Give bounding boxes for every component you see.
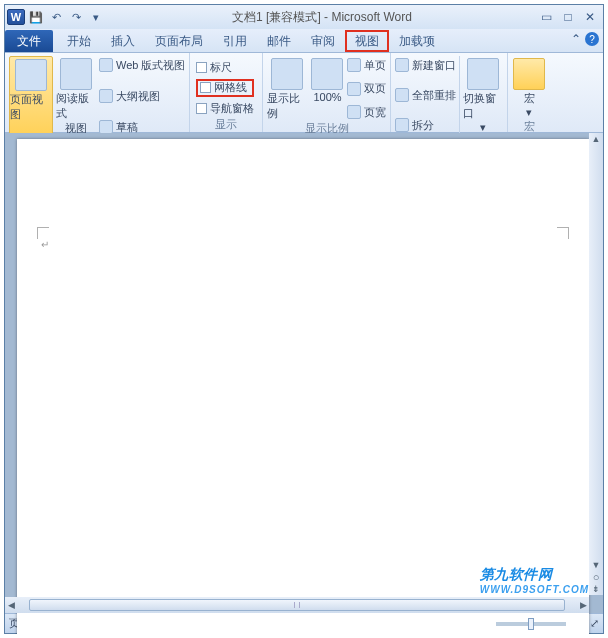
group-document-views: 页面视图 阅读版式 视图 Web 版式视图 大纲视图	[5, 53, 190, 132]
vertical-scrollbar[interactable]: ▲ ▼ ○ ⇟	[589, 133, 603, 595]
app-icon[interactable]: W	[7, 9, 25, 25]
switch-windows-icon	[467, 58, 499, 90]
next-object-icon[interactable]: ⇟	[590, 583, 602, 595]
maximize-button[interactable]: □	[561, 10, 575, 24]
help-icon[interactable]: ?	[585, 32, 599, 46]
tab-references[interactable]: 引用	[213, 30, 257, 52]
page[interactable]: ↵	[17, 139, 589, 638]
arrange-all-button[interactable]: 全部重排	[395, 86, 456, 104]
group-show: 标尺 网格线 导航窗格 显示	[190, 53, 263, 132]
group-macros-label: 宏	[508, 119, 550, 134]
tab-review[interactable]: 审阅	[301, 30, 345, 52]
gridlines-checkbox[interactable]: 网格线	[196, 79, 254, 97]
outline-icon	[99, 89, 113, 103]
quick-access-toolbar: W 💾 ↶ ↷ ▾	[5, 8, 105, 26]
reading-layout-button[interactable]: 阅读版式 视图	[56, 56, 96, 136]
zoom-track[interactable]	[496, 622, 566, 626]
one-page-button[interactable]: 单页	[347, 56, 386, 74]
macro-icon	[513, 58, 545, 90]
qa-redo-icon[interactable]: ↷	[67, 8, 85, 26]
scroll-thumb[interactable]	[29, 599, 565, 611]
watermark: 第九软件网 WWW.D9SOFT.COM	[480, 566, 589, 595]
title-bar: W 💾 ↶ ↷ ▾ 文档1 [兼容模式] - Microsoft Word ▭ …	[5, 5, 603, 29]
margin-corner	[37, 227, 49, 239]
web-layout-button[interactable]: Web 版式视图	[99, 56, 185, 74]
horizontal-scrollbar[interactable]: ◀ ▶	[5, 597, 589, 613]
paragraph-mark: ↵	[41, 239, 49, 250]
zoom-100-icon	[311, 58, 343, 90]
scroll-left-icon[interactable]: ◀	[5, 599, 17, 611]
minimize-button[interactable]: ▭	[539, 10, 553, 24]
chevron-down-icon: ▾	[526, 106, 532, 119]
page-view-icon	[15, 59, 47, 91]
scroll-right-icon[interactable]: ▶	[577, 599, 589, 611]
checkbox-icon	[196, 103, 207, 114]
tab-pagelayout[interactable]: 页面布局	[145, 30, 213, 52]
page-view-label: 页面视图	[10, 92, 52, 122]
group-macros: 宏 ▾ 宏	[508, 53, 550, 132]
ribbon-collapse-icon[interactable]: ⌃	[571, 32, 581, 46]
tab-view[interactable]: 视图	[345, 30, 389, 52]
split-button[interactable]: 拆分	[395, 116, 456, 134]
ribbon-tabs: 文件 开始 插入 页面布局 引用 邮件 审阅 视图 加载项 ⌃ ?	[5, 29, 603, 53]
new-window-icon	[395, 58, 409, 72]
magnifier-icon	[271, 58, 303, 90]
group-window: 新建窗口 全部重排 拆分 切换窗口 ▾	[391, 53, 508, 132]
arrange-all-icon	[395, 88, 409, 102]
zoom-button[interactable]: 显示比例	[267, 56, 307, 121]
page-view-button[interactable]: 页面视图	[9, 56, 53, 136]
qa-undo-icon[interactable]: ↶	[47, 8, 65, 26]
zoom-100-button[interactable]: 100%	[310, 56, 344, 121]
page-width-icon	[347, 105, 361, 119]
qa-save-icon[interactable]: 💾	[27, 8, 45, 26]
draft-icon	[99, 120, 113, 134]
page-width-button[interactable]: 页宽	[347, 103, 386, 121]
document-area: ↵ ▲ ▼ ○ ⇟ ◀ ▶	[5, 133, 603, 613]
window-title: 文档1 [兼容模式] - Microsoft Word	[105, 9, 539, 26]
one-page-icon	[347, 58, 361, 72]
checkbox-icon	[200, 82, 211, 93]
macros-button[interactable]: 宏 ▾	[512, 56, 546, 119]
reading-layout-icon	[60, 58, 92, 90]
tab-mailings[interactable]: 邮件	[257, 30, 301, 52]
group-show-label: 显示	[190, 117, 262, 132]
margin-corner	[557, 227, 569, 239]
object-browse-icon[interactable]: ○	[590, 571, 602, 583]
qa-customize-icon[interactable]: ▾	[87, 8, 105, 26]
new-window-button[interactable]: 新建窗口	[395, 56, 456, 74]
group-zoom: 显示比例 100% 单页 双页	[263, 53, 391, 132]
web-layout-icon	[99, 58, 113, 72]
scroll-up-icon[interactable]: ▲	[590, 133, 602, 145]
two-pages-icon	[347, 82, 361, 96]
checkbox-icon	[196, 62, 207, 73]
zoom-knob[interactable]	[528, 618, 534, 630]
tab-addins[interactable]: 加载项	[389, 30, 445, 52]
tab-insert[interactable]: 插入	[101, 30, 145, 52]
two-pages-button[interactable]: 双页	[347, 80, 386, 98]
window-controls: ▭ □ ✕	[539, 10, 603, 24]
nav-pane-checkbox[interactable]: 导航窗格	[196, 99, 254, 117]
switch-windows-button[interactable]: 切换窗口 ▾	[463, 56, 503, 134]
scroll-down-icon[interactable]: ▼	[590, 559, 602, 571]
tab-file[interactable]: 文件	[5, 30, 53, 52]
ruler-checkbox[interactable]: 标尺	[196, 58, 254, 76]
ribbon: 页面视图 阅读版式 视图 Web 版式视图 大纲视图	[5, 53, 603, 133]
word-window: W 💾 ↶ ↷ ▾ 文档1 [兼容模式] - Microsoft Word ▭ …	[4, 4, 604, 634]
split-icon	[395, 118, 409, 132]
outline-view-button[interactable]: 大纲视图	[99, 87, 185, 105]
tab-home[interactable]: 开始	[57, 30, 101, 52]
close-button[interactable]: ✕	[583, 10, 597, 24]
fullscreen-icon[interactable]: ⤢	[590, 617, 599, 630]
